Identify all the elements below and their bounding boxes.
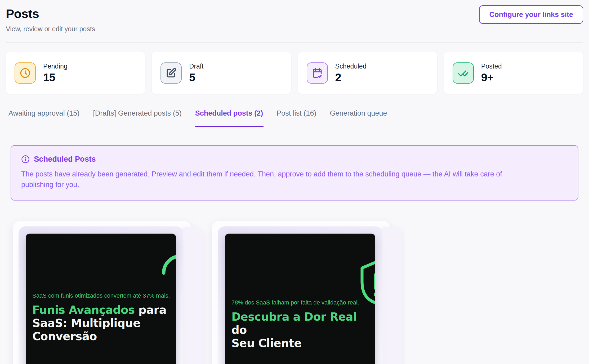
tab-generation-queue[interactable]: Generation queue <box>329 102 387 127</box>
stat-value: 5 <box>189 71 203 84</box>
tab-scheduled-posts[interactable]: Scheduled posts (2) <box>195 102 264 127</box>
shield-alert-icon <box>357 260 375 305</box>
post-title: Descubra a Dor Real do Seu Cliente <box>231 310 372 350</box>
stat-text: Pending 15 <box>43 62 68 84</box>
post-title: Funis Avançados para SaaS: Multiplique C… <box>32 303 172 343</box>
post-title-accent: Funis Avançados <box>32 303 135 316</box>
stat-value: 9+ <box>481 71 502 84</box>
post-copy: SaaS com funis otimizados convertem até … <box>32 292 172 343</box>
post-title-rest: para <box>135 303 167 316</box>
post-kicker: SaaS com funis otimizados convertem até … <box>32 292 172 299</box>
post-title-line3: Conversão <box>32 330 97 343</box>
edit-icon <box>160 62 182 84</box>
post-title-rest: do <box>231 324 247 336</box>
stat-card-pending: Pending 15 <box>6 52 145 94</box>
calendar-check-icon <box>307 62 328 84</box>
stat-card-posted: Posted 9+ <box>444 52 583 94</box>
clock-icon <box>15 62 36 84</box>
stat-value: 15 <box>43 71 68 84</box>
post-card-dor-real[interactable]: 78% dos SaaS falham por falta de validaç… <box>212 221 390 364</box>
stat-text: Draft 5 <box>189 62 203 84</box>
double-check-icon <box>453 62 474 84</box>
post-card-funis-avancados[interactable]: SaaS com funis otimizados convertem até … <box>13 221 191 364</box>
tab-awaiting-approval[interactable]: Awaiting approval (15) <box>8 102 80 127</box>
tabs-bar: Awaiting approval (15) [Drafts] Generate… <box>6 102 583 127</box>
stat-text: Scheduled 2 <box>335 62 367 84</box>
post-copy: 78% dos SaaS falham por falta de validaç… <box>231 299 372 350</box>
page-header: Posts View, review or edit your posts Co… <box>6 0 583 43</box>
stat-value: 2 <box>335 71 367 84</box>
post-title-line2: SaaS: Multiplique <box>32 317 140 330</box>
banner-header: Scheduled Posts <box>21 155 568 163</box>
arc-icon <box>162 254 176 275</box>
post-preview-frame: 78% dos SaaS falham por falta de validaç… <box>218 226 382 364</box>
post-kicker: 78% dos SaaS falham por falta de validaç… <box>231 299 372 306</box>
stat-label: Draft <box>189 62 203 70</box>
stat-label: Posted <box>481 62 502 70</box>
post-title-accent: Descubra a Dor Real <box>231 310 357 323</box>
stat-label: Pending <box>43 62 68 70</box>
post-preview-image: SaaS com funis otimizados convertem até … <box>26 234 176 364</box>
banner-title: Scheduled Posts <box>34 155 96 163</box>
tab-drafts-generated-posts[interactable]: [Drafts] Generated posts (5) <box>92 102 182 127</box>
stat-card-draft: Draft 5 <box>152 52 291 94</box>
stats-row: Pending 15 Draft 5 <box>6 52 583 94</box>
stat-text: Posted 9+ <box>481 62 502 84</box>
tab-post-list[interactable]: Post list (16) <box>276 102 317 127</box>
info-icon <box>21 155 30 163</box>
page-subtitle: View, review or edit your posts <box>6 25 583 33</box>
banner-body-line2: publishing for you. <box>21 181 79 189</box>
post-title-line2: Seu Cliente <box>231 337 301 350</box>
posts-page: Posts View, review or edit your posts Co… <box>0 0 589 364</box>
banner-body: The posts have already been generated. P… <box>21 169 568 190</box>
configure-links-site-button[interactable]: Configure your links site <box>479 5 583 24</box>
scheduled-posts-banner: Scheduled Posts The posts have already b… <box>11 145 578 201</box>
stat-card-scheduled: Scheduled 2 <box>298 52 437 94</box>
scheduled-posts-grid: SaaS com funis otimizados convertem até … <box>6 221 583 364</box>
banner-body-line1: The posts have already been generated. P… <box>21 170 502 178</box>
stat-label: Scheduled <box>335 62 367 70</box>
post-preview-frame: SaaS com funis otimizados convertem até … <box>19 226 183 364</box>
post-preview-image: 78% dos SaaS falham por falta de validaç… <box>225 234 375 364</box>
